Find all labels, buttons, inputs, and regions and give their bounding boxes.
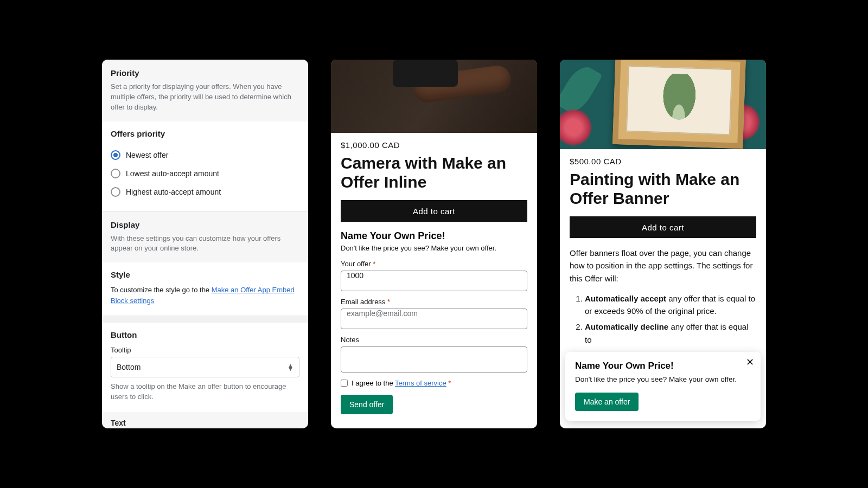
offers-priority-label: Offers priority [111, 129, 299, 138]
text-section-title: Text [102, 412, 308, 428]
rule-emphasis: Automatically accept [585, 294, 666, 303]
style-help: To customize the style go to the Make an… [111, 285, 299, 306]
priority-section-header: Priority Set a priority for displaying y… [102, 60, 308, 121]
product-image [331, 60, 537, 133]
close-icon[interactable]: ✕ [746, 357, 754, 367]
display-title: Display [111, 220, 299, 229]
email-label: Email address * [341, 298, 527, 306]
notes-textarea[interactable] [341, 346, 527, 373]
product-preview-inline: $1,000.00 CAD Camera with Make an Offer … [331, 60, 537, 428]
style-lead-text: To customize the style go to the [111, 286, 212, 294]
chevron-updown-icon: ▲▼ [288, 364, 293, 371]
add-to-cart-button[interactable]: Add to cart [341, 200, 527, 222]
product-preview-banner: $500.00 CAD Painting with Make an Offer … [560, 60, 766, 428]
display-description: With these settings you can customize ho… [111, 234, 299, 254]
required-icon: * [387, 298, 390, 306]
style-section: Style To customize the style go to the M… [102, 262, 308, 316]
required-icon: * [448, 379, 451, 387]
radio-icon [111, 150, 120, 160]
radio-icon [111, 169, 120, 178]
button-section: Button Tooltip Bottom ▲▼ Show a tooltip … [102, 323, 308, 412]
label-text: Your offer [341, 260, 371, 268]
terms-text: I agree to the Terms of service * [352, 379, 451, 387]
priority-title: Priority [111, 68, 299, 78]
radio-label: Lowest auto-accept amount [126, 169, 219, 178]
product-title: Painting with Make an Offer Banner [570, 170, 756, 208]
product-price: $1,000.00 CAD [341, 140, 527, 150]
list-item: Automatically decline any offer that is … [585, 320, 756, 346]
radio-label: Newest offer [126, 151, 168, 159]
button-title: Button [111, 330, 299, 339]
offer-heading: Name Your Own Price! [341, 230, 527, 242]
send-offer-button[interactable]: Send offer [341, 395, 393, 414]
label-text: Email address [341, 298, 385, 306]
product-image [560, 60, 766, 149]
radio-icon [111, 187, 120, 197]
add-to-cart-button[interactable]: Add to cart [570, 216, 756, 238]
offer-rules-list: Automatically accept any offer that is e… [570, 292, 756, 346]
offer-float-banner: ✕ Name Your Own Price! Don't like the pr… [565, 352, 761, 421]
select-value: Bottom [117, 363, 141, 371]
radio-highest-auto-accept[interactable]: Highest auto-accept amount [111, 183, 299, 201]
radio-newest-offer[interactable]: Newest offer [111, 146, 299, 164]
agree-prefix: I agree to the [352, 379, 395, 387]
terms-checkbox[interactable] [341, 380, 348, 387]
offer-subheading: Don't like the price you see? Make your … [341, 244, 527, 252]
radio-lowest-auto-accept[interactable]: Lowest auto-accept amount [111, 164, 299, 183]
your-offer-input[interactable]: 1000 [341, 271, 527, 291]
section-divider [102, 316, 308, 323]
notes-label: Notes [341, 336, 527, 344]
terms-checkbox-row[interactable]: I agree to the Terms of service * [341, 379, 527, 387]
float-subheading: Don't like the price you see? Make your … [575, 375, 751, 385]
rule-emphasis: Automatically decline [585, 322, 668, 331]
banner-description: Offer banners float over the page, you c… [570, 247, 756, 285]
product-title: Camera with Make an Offer Inline [341, 154, 527, 191]
style-title: Style [111, 270, 299, 279]
tooltip-field-label: Tooltip [111, 346, 299, 354]
required-icon: * [373, 260, 375, 268]
email-input[interactable]: example@email.com [341, 309, 527, 329]
settings-panel: Priority Set a priority for displaying y… [102, 60, 308, 428]
terms-of-service-link[interactable]: Terms of service [395, 379, 446, 387]
tooltip-help-text: Show a tooltip on the Make an offer butt… [111, 382, 299, 402]
list-item: Automatically accept any offer that is e… [585, 292, 756, 318]
priority-description: Set a priority for displaying your offer… [111, 82, 299, 113]
make-an-offer-button[interactable]: Make an offer [575, 393, 639, 411]
display-section-header: Display With these settings you can cust… [102, 211, 308, 263]
radio-label: Highest auto-accept amount [126, 188, 221, 196]
float-heading: Name Your Own Price! [575, 361, 751, 371]
product-price: $500.00 CAD [570, 157, 756, 166]
tooltip-position-select[interactable]: Bottom ▲▼ [111, 357, 299, 377]
priority-options: Offers priority Newest offer Lowest auto… [102, 121, 308, 211]
your-offer-label: Your offer * [341, 260, 527, 268]
